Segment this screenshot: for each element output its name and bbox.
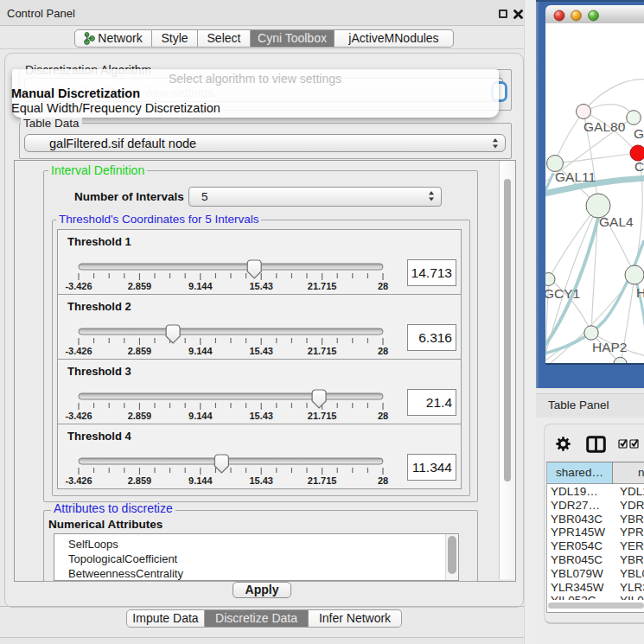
svg-text:GAL80: GAL80 [583, 119, 626, 134]
svg-text:HAP2: HAP2 [592, 340, 628, 354]
svg-text:GCY1: GCY1 [545, 286, 580, 301]
svg-text:G.: G. [634, 126, 644, 141]
svg-text:GAL4: GAL4 [599, 214, 634, 229]
svg-text:GAL11: GAL11 [555, 169, 596, 184]
svg-text:C: C [634, 159, 644, 174]
svg-text:H: H [636, 285, 644, 300]
